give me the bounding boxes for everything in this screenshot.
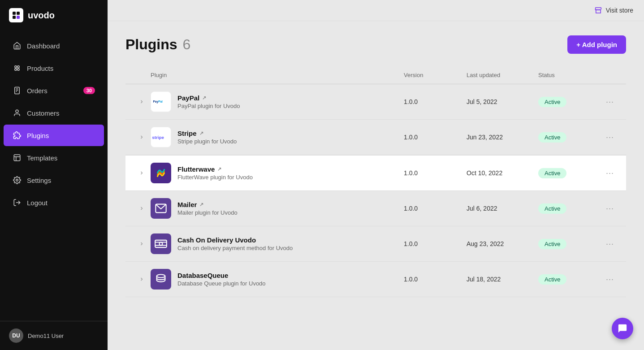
sidebar-item-label-customers: Customers bbox=[27, 109, 60, 117]
svg-rect-23 bbox=[155, 240, 167, 247]
col-version: Version bbox=[404, 72, 467, 78]
store-icon bbox=[594, 6, 602, 14]
sidebar-item-orders[interactable]: Orders 30 bbox=[4, 80, 104, 101]
avatar: DU bbox=[9, 328, 23, 343]
date-mailer: Jul 6, 2022 bbox=[467, 205, 538, 212]
date-cash: Aug 23, 2022 bbox=[467, 240, 538, 247]
status-cash: Active bbox=[538, 239, 601, 249]
table-row[interactable]: stripe Stripe ↗ Stripe plugin for Uvodo … bbox=[125, 120, 626, 155]
version-stripe: 1.0.0 bbox=[404, 134, 467, 141]
svg-rect-2 bbox=[13, 16, 16, 19]
sidebar-item-dashboard[interactable]: Dashboard bbox=[4, 35, 104, 56]
col-status: Status bbox=[538, 72, 601, 78]
status-flutterwave: Active bbox=[538, 168, 601, 178]
sidebar-footer: DU Demo11 User bbox=[0, 321, 108, 350]
visit-store-button[interactable]: Visit store bbox=[594, 6, 633, 14]
more-menu-mailer[interactable]: ··· bbox=[601, 204, 619, 213]
version-dbqueue: 1.0.0 bbox=[404, 276, 467, 283]
plugin-desc-flutterwave: FlutterWave plugin for Uvodo bbox=[177, 174, 253, 181]
sidebar-item-label-products: Products bbox=[27, 65, 53, 72]
external-link-icon: ↗ bbox=[217, 166, 221, 172]
svg-text:stripe: stripe bbox=[152, 135, 164, 140]
template-icon bbox=[13, 153, 22, 162]
page-header: Plugins 6 + Add plugin bbox=[125, 35, 626, 54]
table-row[interactable]: Flutterwave ↗ FlutterWave plugin for Uvo… bbox=[125, 155, 626, 191]
plugin-name-cash: Cash On Delivery Uvodo bbox=[177, 236, 293, 244]
date-dbqueue: Jul 18, 2022 bbox=[467, 276, 538, 283]
status-paypal: Active bbox=[538, 97, 601, 107]
svg-text:Pay: Pay bbox=[153, 100, 159, 104]
date-paypal: Jul 5, 2022 bbox=[467, 98, 538, 105]
table-row[interactable]: Pay Pal PayPal ↗ PayPal plugin for Uvodo… bbox=[125, 84, 626, 120]
sidebar-item-label-settings: Settings bbox=[27, 177, 51, 184]
chat-button[interactable] bbox=[612, 318, 633, 339]
plugin-info-cash: Cash On Delivery Uvodo Cash on delivery … bbox=[151, 233, 404, 254]
plugin-info-paypal: Pay Pal PayPal ↗ PayPal plugin for Uvodo bbox=[151, 91, 404, 112]
orders-badge: 30 bbox=[83, 87, 95, 94]
status-dbqueue: Active bbox=[538, 274, 601, 285]
expand-icon bbox=[133, 277, 151, 282]
sidebar-item-templates[interactable]: Templates bbox=[4, 147, 104, 169]
plugin-info-dbqueue: DatabaseQueue Database Queue plugin for … bbox=[151, 269, 404, 290]
plugin-desc-mailer: Mailer plugin for Uvodo bbox=[177, 209, 238, 216]
sidebar-item-logout[interactable]: Logout bbox=[4, 192, 104, 213]
external-link-icon: ↗ bbox=[202, 95, 206, 101]
plugin-desc-cash: Cash on delivery payment method for Uvod… bbox=[177, 245, 293, 251]
page-count: 6 bbox=[183, 36, 191, 53]
expand-icon bbox=[133, 206, 151, 211]
sidebar-item-customers[interactable]: Customers bbox=[4, 102, 104, 124]
plugin-name-mailer: Mailer ↗ bbox=[177, 201, 238, 208]
content-area: Plugins 6 + Add plugin Plugin Version La… bbox=[108, 21, 644, 350]
external-link-icon: ↗ bbox=[199, 130, 203, 136]
gear-icon bbox=[13, 176, 22, 185]
version-paypal: 1.0.0 bbox=[404, 98, 467, 105]
plugin-logo-mailer bbox=[151, 198, 171, 219]
version-mailer: 1.0.0 bbox=[404, 205, 467, 212]
more-menu-stripe[interactable]: ··· bbox=[601, 133, 619, 142]
svg-rect-3 bbox=[17, 16, 20, 19]
col-expand bbox=[133, 72, 151, 78]
sidebar-item-plugins[interactable]: Plugins bbox=[4, 125, 104, 146]
sidebar-nav: Dashboard Products Orders bbox=[0, 30, 108, 321]
sidebar-item-label-logout: Logout bbox=[27, 199, 48, 207]
plugin-name-flutterwave: Flutterwave ↗ bbox=[177, 165, 253, 173]
svg-point-16 bbox=[16, 179, 18, 181]
more-menu-cash[interactable]: ··· bbox=[601, 239, 619, 249]
visit-store-label: Visit store bbox=[606, 7, 633, 14]
svg-point-5 bbox=[17, 66, 20, 68]
sidebar-item-products[interactable]: Products bbox=[4, 57, 104, 79]
date-flutterwave: Oct 10, 2022 bbox=[467, 169, 538, 177]
add-plugin-button[interactable]: + Add plugin bbox=[567, 35, 626, 54]
svg-point-6 bbox=[15, 69, 17, 71]
page-title-row: Plugins 6 bbox=[125, 36, 190, 53]
page-title: Plugins bbox=[125, 36, 177, 53]
plugin-logo-dbqueue bbox=[151, 269, 171, 290]
more-menu-paypal[interactable]: ··· bbox=[601, 97, 619, 107]
home-icon bbox=[13, 41, 22, 50]
external-link-icon: ↗ bbox=[199, 202, 203, 207]
svg-point-7 bbox=[17, 69, 20, 71]
logo-text: uvodo bbox=[28, 10, 55, 21]
table-row[interactable]: Cash On Delivery Uvodo Cash on delivery … bbox=[125, 226, 626, 262]
plugin-desc-stripe: Stripe plugin for Uvodo bbox=[177, 138, 237, 145]
sidebar-item-settings[interactable]: Settings bbox=[4, 169, 104, 191]
sidebar-item-label-plugins: Plugins bbox=[27, 132, 49, 139]
more-menu-dbqueue[interactable]: ··· bbox=[601, 275, 619, 284]
plugin-name-dbqueue: DatabaseQueue bbox=[177, 272, 266, 279]
more-menu-flutterwave[interactable]: ··· bbox=[601, 169, 619, 178]
svg-rect-13 bbox=[14, 155, 20, 161]
plugin-logo-cash bbox=[151, 233, 171, 254]
table-row[interactable]: DatabaseQueue Database Queue plugin for … bbox=[125, 262, 626, 297]
plugin-text-flutterwave: Flutterwave ↗ FlutterWave plugin for Uvo… bbox=[177, 165, 253, 181]
expand-icon bbox=[133, 170, 151, 176]
table-row[interactable]: Mailer ↗ Mailer plugin for Uvodo 1.0.0 J… bbox=[125, 191, 626, 226]
logo[interactable]: uvodo bbox=[0, 0, 108, 30]
svg-point-27 bbox=[157, 275, 165, 278]
col-plugin: Plugin bbox=[151, 72, 404, 78]
plugin-text-cash: Cash On Delivery Uvodo Cash on delivery … bbox=[177, 236, 293, 251]
plugin-text-stripe: Stripe ↗ Stripe plugin for Uvodo bbox=[177, 130, 237, 145]
puzzle-icon bbox=[13, 131, 22, 140]
logo-icon bbox=[9, 8, 23, 22]
col-actions bbox=[601, 72, 619, 78]
table-header: Plugin Version Last updated Status bbox=[125, 66, 626, 84]
